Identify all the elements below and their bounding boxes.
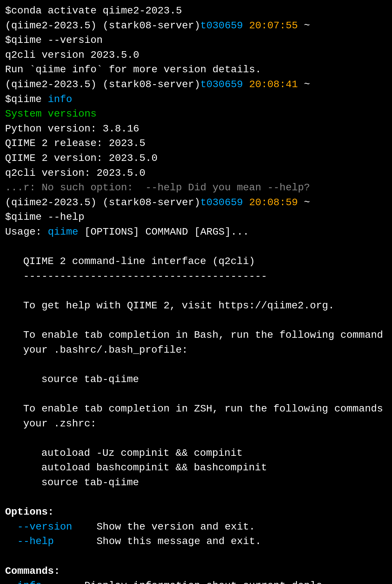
blank-2 (5, 284, 387, 299)
prompt-time-2: 20:08:41 (249, 79, 298, 90)
line-7: $qiime info (5, 92, 387, 107)
terminal: $conda activate qiime2-2023.5 (qiime2-20… (5, 4, 387, 584)
blank-6 (5, 431, 387, 446)
flag-help-desc: Show this message and exit. (54, 536, 261, 547)
flag-help: --help (5, 536, 54, 547)
line-37-help: --help Show this message and exit. (5, 534, 387, 549)
blank-7 (5, 490, 387, 505)
line-40-info: info Display information about current d… (5, 579, 387, 584)
line-19-sep: ---------------------------------------- (5, 269, 387, 284)
line-24: your .bashrc/.bash_profile: (5, 343, 387, 358)
line-13-error: ...r: No such option: --help Did you mea… (5, 181, 387, 195)
prompt-env-2: (qiime2-2023.5) (stark08-server) (5, 79, 200, 90)
blank-4 (5, 357, 387, 372)
line-21: To get help with QIIME 2, visit https://… (5, 299, 387, 313)
line-36-version: --version Show the version and exit. (5, 520, 387, 535)
flag-version: --version (5, 521, 72, 532)
cmd-info-desc: Display information about current deplo (42, 580, 322, 584)
prompt-tilde-1: ~ (304, 20, 310, 31)
line-10: QIIME 2 release: 2023.5 (5, 136, 387, 151)
line-4: q2cli version 2023.5.0 (5, 48, 387, 63)
prompt-user-1: t030659 (200, 20, 243, 31)
line-16-usage: Usage: qiime [OPTIONS] COMMAND [ARGS]... (5, 225, 387, 240)
prompt-time-3: 20:08:59 (249, 197, 298, 208)
usage-cmd: qiime (48, 226, 78, 238)
prompt-user-2: t030659 (200, 79, 243, 90)
usage-label: Usage: (5, 226, 48, 238)
cmd-info: info (5, 580, 42, 584)
line-5: Run `qiime info` for more version detail… (5, 62, 387, 77)
line-35-options-header: Options: (5, 505, 387, 520)
blank-5 (5, 387, 387, 402)
line-39-commands-header: Commands: (5, 564, 387, 579)
cmd-prefix-1: $qiime (5, 94, 48, 105)
line-23: To enable tab completion in Bash, run th… (5, 328, 387, 343)
flag-version-desc: Show the version and exit. (72, 521, 255, 532)
blank-1 (5, 240, 387, 255)
prompt-env-3: (qiime2-2023.5) (stark08-server) (5, 197, 200, 208)
prompt-line-14: (qiime2-2023.5) (stark08-server)t030659 … (5, 195, 387, 210)
blank-3 (5, 313, 387, 328)
line-29: your .zshrc: (5, 417, 387, 431)
cmd-info-1: info (48, 94, 72, 105)
prompt-env: (qiime2-2023.5) (stark08-server) (5, 20, 200, 31)
line-15: $qiime --help (5, 210, 387, 225)
prompt-time-1: 20:07:55 (249, 20, 298, 31)
line-9: Python version: 3.8.16 (5, 122, 387, 137)
prompt-line-6: (qiime2-2023.5) (stark08-server)t030659 … (5, 77, 387, 92)
usage-rest: [OPTIONS] COMMAND [ARGS]... (78, 226, 249, 238)
line-31: autoload -Uz compinit && compinit (5, 446, 387, 461)
line-11: QIIME 2 version: 2023.5.0 (5, 151, 387, 166)
line-33: source tab-qiime (5, 475, 387, 490)
line-32: autoload bashcompinit && bashcompinit (5, 461, 387, 475)
line-1: $conda activate qiime2-2023.5 (5, 4, 387, 19)
blank-8 (5, 549, 387, 564)
line-8-system-versions: System versions (5, 107, 387, 122)
line-3: $qiime --version (5, 33, 387, 48)
prompt-tilde-3: ~ (304, 197, 310, 208)
line-12: q2cli version: 2023.5.0 (5, 166, 387, 181)
prompt-user-3: t030659 (200, 197, 243, 208)
line-18: QIIME 2 command-line interface (q2cli) (5, 254, 387, 269)
line-28: To enable tab completion in ZSH, run the… (5, 402, 387, 417)
prompt-line-2: (qiime2-2023.5) (stark08-server)t030659 … (5, 19, 387, 33)
line-26: source tab-qiime (5, 372, 387, 387)
prompt-tilde-2: ~ (304, 79, 310, 90)
